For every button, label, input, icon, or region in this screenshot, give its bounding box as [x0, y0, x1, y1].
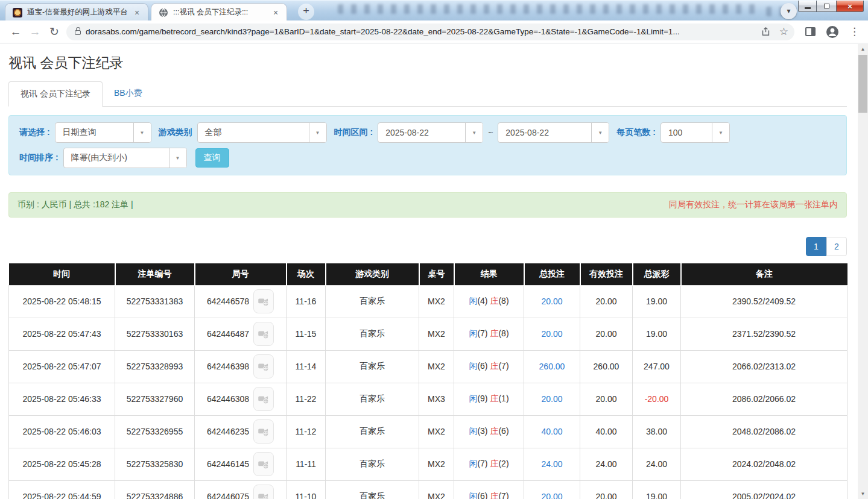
cell-total-bet[interactable]: 20.00 — [524, 480, 580, 499]
cell-total-bet[interactable]: 24.00 — [524, 448, 580, 480]
cell-note: 2024.02/2048.02 — [681, 448, 847, 480]
cell-result: 闲(4) 庄(8) — [454, 285, 524, 318]
cell-time: 2025-08-22 05:46:03 — [9, 415, 115, 448]
cell-payout: 247.00 — [633, 350, 681, 383]
cell-round: 642446487 — [195, 318, 287, 350]
video-replay-button[interactable] — [253, 419, 274, 444]
browser-titlebar: 通宝-信誉最好的网上游戏平台 × :::视讯 会员下注纪录::: × + ▾ × — [0, 0, 868, 20]
new-tab-button[interactable]: + — [298, 4, 314, 20]
cell-valid-bet: 20.00 — [580, 383, 633, 415]
tab-bb-tip[interactable]: BB小费 — [103, 81, 154, 106]
profile-avatar-icon[interactable] — [825, 25, 840, 39]
cell-round: 642446398 — [195, 350, 287, 383]
window-controls: × — [798, 1, 864, 12]
result-banker-char: 庄 — [490, 361, 498, 371]
date-range-label: 时间区间 : — [334, 127, 373, 138]
page-button-2[interactable]: 2 — [826, 237, 847, 256]
filter-panel: 请选择 : 日期查询 ▼ 游戏类别 全部 ▼ 时间区间 : 2025-08-22… — [8, 115, 847, 175]
chevron-down-icon[interactable]: ▼ — [591, 123, 609, 142]
cell-table-number: MX2 — [419, 350, 454, 383]
forward-icon[interactable]: → — [25, 25, 45, 39]
table-row: 2025-08-22 05:47:43 522753330163 6424464… — [9, 318, 847, 350]
browser-menu-icon[interactable]: ⋮ — [849, 25, 860, 38]
share-icon[interactable] — [761, 27, 771, 37]
url-text[interactable]: dorasabs.com/game/betrecord_search/kind3… — [86, 27, 755, 36]
chevron-down-icon[interactable]: ▼ — [133, 123, 151, 142]
per-page-select[interactable]: 100 ▼ — [661, 122, 730, 143]
browser-tab-betrecord[interactable]: :::视讯 会员下注纪录::: × — [151, 3, 287, 20]
scroll-down-arrow-icon[interactable]: ▼ — [858, 489, 868, 499]
window-minimize-button[interactable] — [798, 1, 817, 12]
scroll-up-arrow-icon[interactable]: ▲ — [858, 44, 868, 54]
tab-betrecord[interactable]: 视讯 会员下注纪录 — [8, 81, 103, 107]
query-type-value: 日期查询 — [55, 127, 133, 138]
page-button-1[interactable]: 1 — [806, 237, 826, 256]
game-type-select[interactable]: 全部 ▼ — [197, 122, 327, 143]
table-row: 2025-08-22 05:44:59 522753324886 6424460… — [9, 480, 847, 499]
currency-total-summary: 币别 : 人民币 | 总共 :182 注单 | — [17, 199, 133, 210]
result-player-score: (7) — [477, 328, 487, 338]
cell-table-number: MX2 — [419, 285, 454, 318]
result-player-char: 闲 — [469, 459, 477, 468]
cell-total-bet[interactable]: 20.00 — [524, 318, 580, 350]
tab-close-icon[interactable]: × — [132, 8, 142, 17]
cell-payout: 38.00 — [633, 415, 681, 448]
video-replay-button[interactable] — [253, 322, 274, 346]
query-type-select[interactable]: 日期查询 ▼ — [55, 122, 151, 143]
page-scrollbar[interactable]: ▲ ▼ — [858, 44, 868, 499]
cell-total-bet[interactable]: 40.00 — [524, 415, 580, 448]
video-replay-button[interactable] — [253, 354, 274, 378]
sort-select[interactable]: 降幂(由大到小) ▼ — [63, 148, 187, 168]
cell-round: 642446308 — [195, 383, 287, 415]
scrollbar-thumb[interactable] — [858, 55, 867, 113]
round-number: 642446235 — [207, 427, 249, 436]
cell-note: 2390.52/2409.52 — [681, 285, 847, 318]
cell-result: 闲(9) 庄(1) — [454, 383, 524, 415]
table-row: 2025-08-22 05:48:15 522753331383 6424465… — [9, 285, 847, 318]
cell-payout: 19.00 — [633, 285, 681, 318]
cell-game-type: 百家乐 — [326, 415, 419, 448]
result-player-char: 闲 — [469, 491, 477, 499]
window-restore-button[interactable] — [817, 1, 837, 12]
cell-total-bet[interactable]: 260.00 — [524, 350, 580, 383]
video-film-icon — [258, 328, 270, 340]
chevron-down-icon[interactable]: ▼ — [309, 123, 326, 142]
browser-tab-tongbao[interactable]: 通宝-信誉最好的网上游戏平台 × — [5, 3, 148, 20]
cell-time: 2025-08-22 05:47:07 — [9, 350, 115, 383]
back-icon[interactable]: ← — [6, 25, 25, 39]
tab-search-chevron-icon[interactable]: ▾ — [781, 3, 797, 19]
chevron-down-icon[interactable]: ▼ — [169, 148, 186, 168]
chevron-down-icon[interactable]: ▼ — [465, 123, 483, 142]
tab-close-icon[interactable]: × — [271, 8, 280, 17]
video-replay-button[interactable] — [253, 452, 274, 476]
cell-result: 闲(3) 庄(6) — [454, 415, 524, 448]
result-player-char: 闲 — [469, 296, 477, 306]
column-header: 桌号 — [419, 263, 454, 285]
cell-table-number: MX3 — [419, 383, 454, 415]
video-replay-button[interactable] — [253, 387, 274, 411]
cell-note: 2048.02/2086.02 — [681, 415, 847, 448]
window-close-button[interactable]: × — [837, 1, 864, 12]
bet-table-header-row: 时间注单编号局号场次游戏类别桌号结果总投注有效投注总派彩备注 — [9, 263, 847, 285]
column-header: 备注 — [681, 263, 847, 285]
cell-table-number: MX2 — [419, 415, 454, 448]
search-button[interactable]: 查询 — [195, 148, 229, 168]
result-player-char: 闲 — [469, 328, 477, 338]
cell-total-bet[interactable]: 20.00 — [524, 383, 580, 415]
address-bar[interactable]: dorasabs.com/game/betrecord_search/kind3… — [66, 24, 794, 40]
chevron-down-icon[interactable]: ▼ — [712, 123, 729, 142]
cell-payout: 19.00 — [633, 480, 681, 499]
result-player-char: 闲 — [469, 426, 477, 436]
reload-icon[interactable]: ↻ — [45, 25, 64, 39]
browser-toolbar: ← → ↻ dorasabs.com/game/betrecord_search… — [0, 20, 868, 43]
video-replay-button[interactable] — [253, 289, 274, 313]
date-end-select[interactable]: 2025-08-22 ▼ — [498, 122, 609, 143]
side-panel-icon[interactable] — [805, 27, 816, 36]
cell-payout: 24.00 — [633, 448, 681, 480]
video-replay-button[interactable] — [253, 485, 274, 499]
bookmark-star-icon[interactable]: ☆ — [779, 25, 788, 38]
date-start-select[interactable]: 2025-08-22 ▼ — [378, 122, 483, 143]
video-film-icon — [258, 393, 270, 405]
video-film-icon — [258, 491, 270, 499]
cell-total-bet[interactable]: 20.00 — [524, 285, 580, 318]
